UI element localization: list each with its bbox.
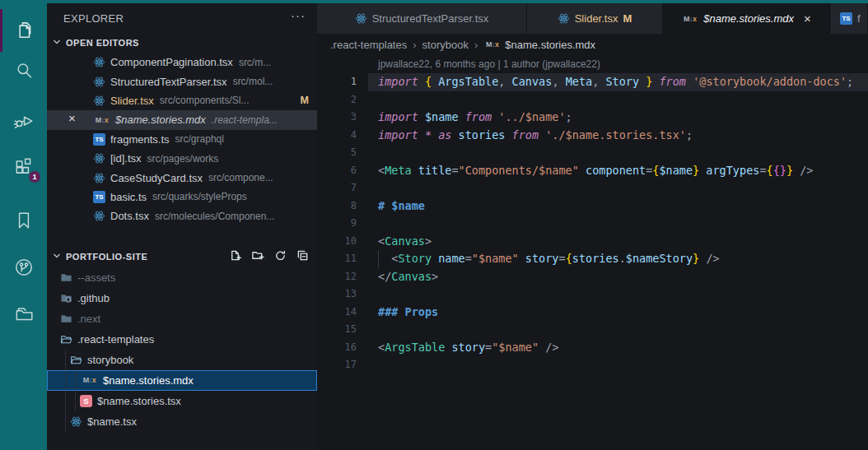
file-path: src/molecules/Componen...	[155, 211, 274, 222]
tab-bar: StructuredTextParser.tsxSlider.tsxMM↓x$n…	[317, 3, 868, 34]
activity-item-project-folder[interactable]	[0, 299, 47, 332]
tree-item-$name.stories.tsx[interactable]: S$name.stories.tsx	[47, 391, 317, 411]
open-editor-row[interactable]: CaseStudyCard.tsxsrc/compone...	[47, 168, 317, 187]
breadcrumb-item[interactable]: .react-templates	[330, 39, 407, 51]
project-section-header[interactable]: PORTFOLIO-SITE	[47, 246, 317, 267]
breadcrumb-item[interactable]: M↓x$name.stories.mdx	[483, 39, 595, 51]
line-number: 14	[317, 304, 357, 322]
file-name: basic.ts	[110, 191, 147, 203]
open-editor-row[interactable]: ComponentPagination.tsxsrc/m...	[47, 53, 317, 72]
activity-item-search[interactable]	[0, 56, 47, 89]
code-line-11[interactable]: 11 <Story name="$name" story={stories.$n…	[317, 250, 868, 268]
tab-Slider.tsx[interactable]: Slider.tsxM	[527, 3, 663, 34]
tree-item-$name.stories.mdx[interactable]: M↓x$name.stories.mdx	[47, 370, 317, 391]
file-name: --assets	[77, 271, 115, 284]
react-icon	[93, 95, 105, 107]
line-text: # $name	[378, 197, 425, 216]
ts-icon: TS	[93, 133, 105, 146]
code-line-8[interactable]: 8# $name	[317, 197, 868, 216]
tree-item-.next[interactable]: .next	[47, 309, 317, 329]
tab-label: StructuredTextParser.tsx	[372, 12, 489, 25]
code-line-7[interactable]: 7	[317, 179, 868, 197]
line-text: <Canvas>	[378, 233, 432, 251]
open-editor-row[interactable]: StructuredTextParser.tsxsrc/mol...	[47, 72, 317, 90]
close-icon[interactable]: ×	[68, 111, 76, 125]
react-icon	[93, 210, 105, 222]
active-indicator	[0, 9, 2, 52]
open-editor-row[interactable]: TSfragments.tssrc/graphql	[47, 130, 317, 149]
new-file-icon[interactable]	[229, 249, 241, 262]
refresh-icon[interactable]	[274, 249, 287, 262]
close-icon[interactable]: ×	[804, 12, 811, 26]
modified-badge: M	[623, 12, 632, 25]
code-line-2[interactable]: 2	[317, 91, 868, 109]
window-top-border	[0, 0, 868, 3]
code-line-9[interactable]: 9	[317, 215, 868, 233]
code-line-15[interactable]: 15	[317, 321, 868, 339]
tab-f[interactable]: TSf	[830, 3, 868, 34]
code-line-17[interactable]: 17	[317, 356, 868, 374]
breadcrumb-item[interactable]: storybook	[422, 39, 469, 51]
file-path: src/quarks/styleProps	[152, 191, 247, 202]
activity-item-git-graph[interactable]	[0, 253, 47, 285]
file-name: $name.stories.mdx	[115, 114, 206, 126]
folder-github-icon	[60, 292, 72, 304]
file-name: .github	[77, 292, 110, 304]
code-line-12[interactable]: 12</Canvas>	[317, 268, 868, 286]
activity-item-explorer[interactable]	[0, 15, 47, 48]
code-line-6[interactable]: 6<Meta title="Components/$name" componen…	[317, 162, 868, 180]
code-line-3[interactable]: 3import $name from '../$name';	[317, 109, 868, 127]
open-editor-row[interactable]: [id].tsxsrc/pages/works	[47, 149, 317, 168]
line-number: 2	[317, 91, 357, 109]
tree-item-.github[interactable]: .github	[47, 288, 317, 309]
line-text: <Story name="$name" story={stories.$name…	[378, 250, 720, 268]
line-text: </Canvas>	[378, 268, 438, 286]
tab-StructuredTextParser.tsx[interactable]: StructuredTextParser.tsx	[317, 3, 527, 34]
tree-item---assets[interactable]: --assets	[47, 267, 317, 288]
new-folder-icon[interactable]	[251, 249, 264, 262]
line-number: 10	[317, 233, 357, 251]
activity-item-extensions[interactable]: 1	[0, 151, 47, 184]
open-editors-header[interactable]: OPEN EDITORS	[47, 33, 317, 53]
file-name: .next	[77, 313, 100, 325]
ts-icon: TS	[93, 191, 105, 203]
code-line-16[interactable]: 16<ArgsTable story="$name" />	[317, 339, 868, 357]
line-text: ### Props	[378, 304, 438, 322]
code-line-4[interactable]: 4import * as stories from './$name.stori…	[317, 127, 868, 145]
badge: 1	[29, 171, 40, 183]
indent-guide	[65, 350, 66, 370]
line-text: import * as stories from './$name.storie…	[378, 127, 693, 145]
open-editor-row[interactable]: TSbasic.tssrc/quarks/styleProps	[47, 188, 317, 206]
tree-item-.react-templates[interactable]: .react-templates	[47, 329, 317, 350]
collapse-all-icon[interactable]	[296, 249, 309, 262]
breadcrumb-separator: ›	[474, 39, 478, 51]
open-editor-row[interactable]: ×M↓x$name.stories.mdx.react-templa...	[47, 110, 317, 129]
file-path: src/components/Sl...	[160, 95, 250, 106]
file-name: [id].tsx	[110, 152, 142, 165]
tree-item-$name.tsx[interactable]: $name.tsx	[47, 411, 317, 432]
open-editor-row[interactable]: Dots.tsxsrc/molecules/Componen...	[47, 206, 317, 225]
file-name: fragments.ts	[110, 133, 170, 146]
code-line-10[interactable]: 10<Canvas>	[317, 233, 868, 251]
project-actions	[229, 249, 309, 262]
gitlens-blame: jpwallace22, 6 months ago | 1 author (jp…	[317, 55, 868, 73]
folder-icon	[60, 271, 72, 284]
code-line-1[interactable]: 1import { ArgsTable, Canvas, Meta, Story…	[317, 73, 868, 91]
file-name: CaseStudyCard.tsx	[110, 172, 203, 184]
activity-item-run-debug[interactable]	[0, 105, 47, 138]
line-number: 17	[317, 356, 357, 374]
tree-item-storybook[interactable]: storybook	[47, 350, 317, 370]
code-line-14[interactable]: 14### Props	[317, 304, 868, 322]
search-icon	[13, 60, 35, 85]
activity-item-bookmarks[interactable]	[0, 206, 47, 239]
modified-badge: M	[301, 95, 309, 106]
sidebar-title-row: EXPLORER ···	[47, 3, 317, 33]
indent-guide	[65, 391, 66, 411]
code-line-13[interactable]: 13	[317, 285, 868, 304]
project-folder-icon	[13, 303, 35, 327]
open-editor-row[interactable]: Slider.tsxsrc/components/Sl...M	[47, 91, 317, 110]
run-debug-icon	[13, 109, 35, 134]
code-line-5[interactable]: 5	[317, 144, 868, 162]
tab-$name.stories.mdx[interactable]: M↓x$name.stories.mdx×	[663, 3, 830, 34]
more-actions-icon[interactable]: ···	[291, 8, 306, 22]
